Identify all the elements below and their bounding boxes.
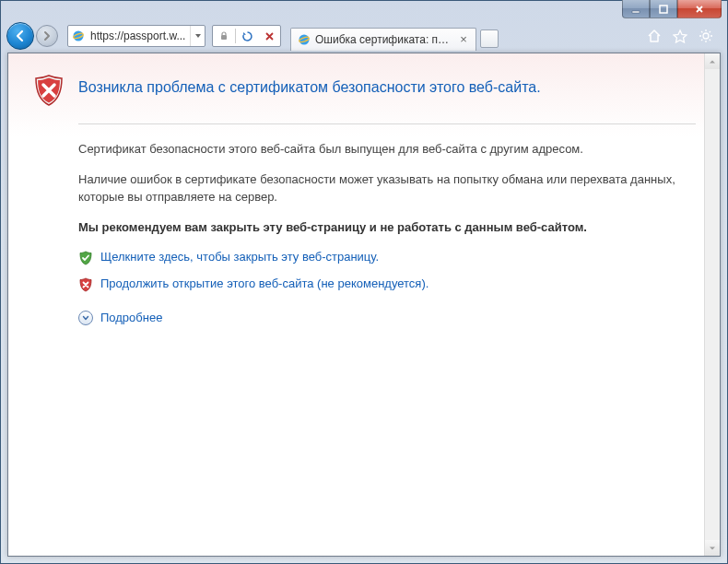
- svg-point-7: [703, 33, 709, 39]
- browser-tab[interactable]: Ошибка сертификата: пер... ×: [290, 28, 476, 51]
- url-dropdown-icon[interactable]: [190, 26, 205, 46]
- favorites-icon[interactable]: [672, 28, 688, 44]
- page-body: Сертификат безопасности этого веб-сайта …: [78, 141, 696, 327]
- svg-rect-1: [660, 6, 667, 13]
- nav-toolbar: Ошибка сертификата: пер... ×: [1, 21, 727, 51]
- tab-favicon-icon: [297, 32, 311, 47]
- scroll-down-button[interactable]: [705, 540, 720, 556]
- continue-anyway-link-label: Продолжить открытие этого веб-сайта (не …: [100, 276, 429, 293]
- continue-anyway-link[interactable]: Продолжить открытие этого веб-сайта (не …: [78, 276, 696, 293]
- browser-window: Ошибка сертификата: пер... ×: [0, 0, 728, 564]
- back-button[interactable]: [6, 22, 34, 50]
- cert-error-description-1: Сертификат безопасности этого веб-сайта …: [78, 141, 696, 159]
- security-lock-icon[interactable]: [213, 26, 235, 46]
- maximize-button[interactable]: [650, 0, 677, 18]
- cert-error-description-2: Наличие ошибок в сертификате безопасност…: [78, 171, 696, 206]
- close-window-button[interactable]: [677, 0, 722, 18]
- stop-icon[interactable]: [258, 26, 280, 46]
- shield-danger-icon: [78, 277, 93, 292]
- more-info-label: Подробнее: [100, 310, 162, 327]
- toolbar-right: [646, 28, 722, 44]
- vertical-scrollbar[interactable]: [704, 53, 720, 556]
- window-titlebar: [1, 1, 727, 21]
- refresh-icon[interactable]: [236, 26, 258, 46]
- tools-icon[interactable]: [698, 28, 714, 44]
- tab-title: Ошибка сертификата: пер...: [315, 33, 453, 46]
- new-tab-button[interactable]: [480, 29, 499, 48]
- address-bar: [67, 25, 205, 47]
- address-tools: [212, 25, 281, 47]
- tab-strip: Ошибка сертификата: пер... ×: [290, 24, 499, 48]
- scroll-up-button[interactable]: [705, 53, 720, 69]
- close-page-link-label: Щелкните здесь, чтобы закрыть эту веб-ст…: [100, 249, 379, 266]
- svg-rect-4: [221, 35, 227, 40]
- forward-button[interactable]: [36, 25, 58, 47]
- minimize-button[interactable]: [622, 0, 650, 18]
- page-title: Возникла проблема с сертификатом безопас…: [78, 79, 541, 96]
- url-input[interactable]: [88, 29, 190, 42]
- ie-favicon-icon: [68, 26, 88, 46]
- shield-ok-icon: [78, 251, 93, 265]
- page-viewport: Возникла проблема с сертификатом безопас…: [7, 53, 721, 557]
- shield-warning-icon: [32, 74, 65, 107]
- home-icon[interactable]: [646, 28, 663, 44]
- cert-error-recommendation: Мы рекомендуем вам закрыть эту веб-стран…: [78, 219, 696, 237]
- chevron-down-icon: [78, 311, 93, 325]
- certificate-error-page: Возникла проблема с сертификатом безопас…: [8, 53, 720, 556]
- window-controls: [622, 0, 722, 18]
- close-page-link[interactable]: Щелкните здесь, чтобы закрыть эту веб-ст…: [78, 249, 696, 266]
- svg-rect-0: [632, 11, 640, 13]
- more-info-toggle[interactable]: Подробнее: [78, 310, 696, 327]
- divider: [78, 123, 696, 124]
- tab-close-icon[interactable]: ×: [457, 33, 470, 46]
